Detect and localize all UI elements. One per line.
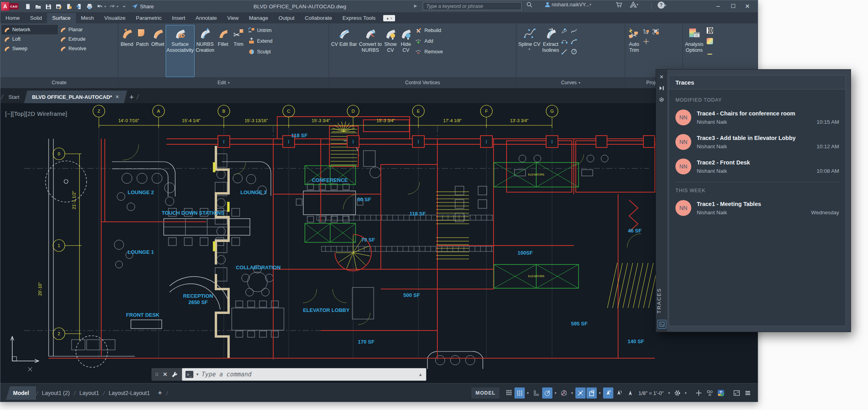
palette-close-icon[interactable]: ✕ [658,74,665,80]
planar-button[interactable]: Planar [58,25,114,34]
new-drawing-tab-button[interactable]: + [129,93,134,102]
ribbon-tab-visualize[interactable]: Visualize [99,13,131,23]
project-ucs-button[interactable]: 0 [643,26,650,36]
ribbon-tab-annotate[interactable]: Annotate [190,13,222,23]
annotation-scale-icon[interactable] [625,387,635,399]
share-button[interactable]: Share [132,4,154,9]
panel-label-edit[interactable]: Edit▾ [118,77,329,88]
customization-menu-icon[interactable] [743,387,753,399]
search-input[interactable]: Type a keyword or phrase [423,2,522,10]
close-button[interactable]: ✕ [741,0,754,12]
layout-tab-layout1[interactable]: Layout1 [76,390,103,396]
open-from-mobile-icon[interactable] [64,2,73,11]
panel-label-curves[interactable]: Curves▾ [516,77,625,88]
ribbon-tab-express-tools[interactable]: Express Tools [337,13,381,23]
redo-icon-caret[interactable]: ▾ [117,5,118,8]
qat-dropdown-icon[interactable]: ≂ [120,2,129,11]
untrim-button[interactable]: ✂Untrim [248,26,272,35]
network-button[interactable]: Network [2,25,58,34]
add-button[interactable]: Add [415,36,443,46]
fillet-button[interactable]: Fillet [216,25,231,77]
show-cv-button[interactable]: ShowCV [383,25,398,77]
panel-label-create[interactable]: Create [0,77,118,88]
blend-button[interactable]: Blend [119,25,134,77]
minimize-button[interactable]: ─ [711,0,725,12]
command-wrench-icon[interactable] [172,371,178,378]
hide-cv-button[interactable]: HideCV [398,25,413,77]
ribbon-tab-surface[interactable]: Surface [47,13,76,23]
annotation-scale-value[interactable]: 1/8" = 1'-0" [636,390,666,396]
patch-button[interactable]: Patch [135,25,150,77]
snap-mode-icon[interactable] [514,387,525,399]
command-drag-handle[interactable]: ⁞⁞ [155,372,159,377]
redo-icon[interactable] [108,2,116,11]
project-points-button[interactable] [643,37,650,46]
grid-display-icon[interactable] [503,387,514,399]
revolve-button[interactable]: Revolve [58,44,114,53]
sculpt-button[interactable]: Sculpt [248,47,272,57]
loft-button[interactable]: Loft [2,34,58,44]
project-view-button[interactable] [652,26,659,36]
curvature-analysis-button[interactable] [706,36,713,46]
surface-associativity-button[interactable]: SurfaceAssociativity [166,25,195,77]
arc-button[interactable] [571,37,578,46]
ribbon-tab-manage[interactable]: Manage [244,13,274,23]
rebuild-button[interactable]: Rebuild [415,26,443,35]
point-curve-button[interactable] [561,26,568,36]
new-file-icon[interactable] [23,2,32,11]
workspace-gear-icon[interactable] [672,387,683,399]
trace-list-item[interactable]: NNTrace1 - Meeting TablesNishant NaikWed… [675,196,839,220]
trace-toggle-icon[interactable] [658,320,666,329]
isolate-objects-icon[interactable] [705,387,715,399]
ribbon-tab-collaborate[interactable]: Collaborate [300,13,337,23]
sweep-button[interactable]: Sweep [2,44,58,53]
draft-analysis-button[interactable] [706,47,713,57]
viewport-controls[interactable]: [−][Top][2D Wireframe] [5,110,67,117]
polar-tracking-icon[interactable] [542,387,552,399]
palette-autohide-icon[interactable] [658,85,665,91]
maximize-button[interactable]: ☐ [726,0,740,12]
plot-icon[interactable] [85,2,94,11]
new-layout-button[interactable]: + [154,389,166,397]
command-close-icon[interactable]: ✕ [163,371,168,378]
ribbon-tab-home[interactable]: Home [0,13,25,23]
ribbon-display-options-icon[interactable]: ▲▾ [383,15,395,21]
object-snap-icon[interactable] [586,387,597,399]
layout-tab-model[interactable]: Model [6,386,36,400]
user-account-button[interactable]: nishant.naikVY...▾ [545,2,591,8]
command-expand-icon[interactable]: ▲ [418,372,423,377]
trace-list-item[interactable]: NNTrace3 - Add table in Elevator LobbyNi… [675,130,839,154]
model-space-button[interactable]: MODEL [471,387,499,399]
save-to-mobile-icon[interactable] [75,2,83,11]
status-caret-icon[interactable]: ▼ [553,391,558,395]
ribbon-tab-parametric[interactable]: Parametric [130,13,166,23]
customization-plus-icon[interactable] [694,387,704,399]
circle-button[interactable] [571,47,578,57]
ortho-mode-icon[interactable] [531,387,541,399]
ribbon-tab-view[interactable]: View [222,13,244,23]
drawing-canvas[interactable]: ELEVATORSELEVATORS IIIIII ZABCDEFG012 14… [0,103,758,383]
status-caret-icon[interactable]: ▼ [667,391,671,395]
trace-list-item[interactable]: NNTrace2 - Front DeskNishant Naik10:08 A… [675,154,839,179]
palette-properties-icon[interactable] [658,96,665,103]
trace-list-item[interactable]: NNTrace4 - Chairs for conference roomNis… [675,105,839,130]
command-prompt-icon[interactable]: >_ [185,371,193,378]
help-button[interactable]: ?▾ [658,2,666,9]
graphics-performance-icon[interactable] [716,387,726,399]
layout-tab-layout12[interactable]: Layout1 (2) [38,390,74,396]
status-caret-icon[interactable]: ▼ [683,391,688,395]
ribbon-tab-insert[interactable]: Insert [167,13,191,23]
annotation-autoscale-icon[interactable] [614,387,624,399]
auto-trim-button[interactable]: ✂AutoTrim [626,25,641,77]
undo-icon[interactable] [95,2,104,11]
file-tab-close-icon[interactable]: ✕ [115,94,119,100]
nurbs-creation-button[interactable]: NURBSCreation [195,25,215,77]
autodesk-logo-icon[interactable]: ▾ [630,2,638,8]
autocad-logo-icon[interactable]: ACAD [1,0,19,12]
line-button[interactable] [561,47,568,57]
fullscreen-icon[interactable] [732,387,742,399]
open-file-icon[interactable] [34,2,42,11]
command-input[interactable]: >_ ▼ Type a command ▲ [182,368,426,381]
status-caret-icon[interactable]: ▼ [570,391,575,395]
file-tab-active[interactable]: BLVD OFFICE_PLAN-AUTOCAD*✕ [24,91,127,103]
